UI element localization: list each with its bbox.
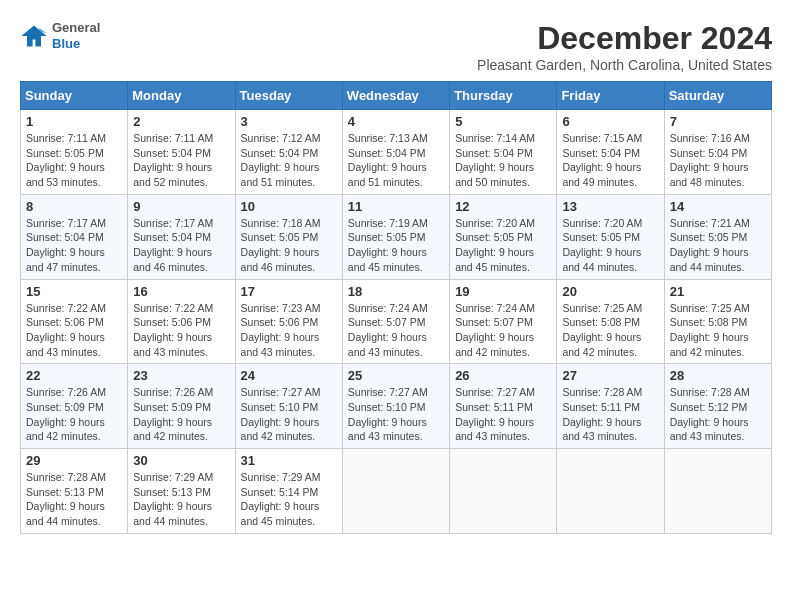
day-info: Sunrise: 7:25 AM Sunset: 5:08 PM Dayligh… xyxy=(670,301,766,360)
calendar-cell: 28 Sunrise: 7:28 AM Sunset: 5:12 PM Dayl… xyxy=(664,364,771,449)
day-info: Sunrise: 7:17 AM Sunset: 5:04 PM Dayligh… xyxy=(26,216,122,275)
day-number: 16 xyxy=(133,284,229,299)
day-info: Sunrise: 7:29 AM Sunset: 5:13 PM Dayligh… xyxy=(133,470,229,529)
day-number: 27 xyxy=(562,368,658,383)
day-info: Sunrise: 7:12 AM Sunset: 5:04 PM Dayligh… xyxy=(241,131,337,190)
calendar-cell: 13 Sunrise: 7:20 AM Sunset: 5:05 PM Dayl… xyxy=(557,194,664,279)
weekday-header: Tuesday xyxy=(235,82,342,110)
day-number: 20 xyxy=(562,284,658,299)
calendar-cell: 21 Sunrise: 7:25 AM Sunset: 5:08 PM Dayl… xyxy=(664,279,771,364)
calendar-cell: 4 Sunrise: 7:13 AM Sunset: 5:04 PM Dayli… xyxy=(342,110,449,195)
day-number: 25 xyxy=(348,368,444,383)
calendar-cell: 12 Sunrise: 7:20 AM Sunset: 5:05 PM Dayl… xyxy=(450,194,557,279)
calendar-cell: 19 Sunrise: 7:24 AM Sunset: 5:07 PM Dayl… xyxy=(450,279,557,364)
day-number: 8 xyxy=(26,199,122,214)
day-info: Sunrise: 7:28 AM Sunset: 5:13 PM Dayligh… xyxy=(26,470,122,529)
day-info: Sunrise: 7:19 AM Sunset: 5:05 PM Dayligh… xyxy=(348,216,444,275)
day-info: Sunrise: 7:26 AM Sunset: 5:09 PM Dayligh… xyxy=(26,385,122,444)
calendar-cell: 29 Sunrise: 7:28 AM Sunset: 5:13 PM Dayl… xyxy=(21,449,128,534)
calendar-cell: 25 Sunrise: 7:27 AM Sunset: 5:10 PM Dayl… xyxy=(342,364,449,449)
day-info: Sunrise: 7:20 AM Sunset: 5:05 PM Dayligh… xyxy=(455,216,551,275)
calendar-cell: 17 Sunrise: 7:23 AM Sunset: 5:06 PM Dayl… xyxy=(235,279,342,364)
day-info: Sunrise: 7:27 AM Sunset: 5:11 PM Dayligh… xyxy=(455,385,551,444)
month-title: December 2024 xyxy=(477,20,772,57)
day-info: Sunrise: 7:24 AM Sunset: 5:07 PM Dayligh… xyxy=(348,301,444,360)
day-info: Sunrise: 7:11 AM Sunset: 5:04 PM Dayligh… xyxy=(133,131,229,190)
calendar-cell: 31 Sunrise: 7:29 AM Sunset: 5:14 PM Dayl… xyxy=(235,449,342,534)
day-info: Sunrise: 7:14 AM Sunset: 5:04 PM Dayligh… xyxy=(455,131,551,190)
day-number: 24 xyxy=(241,368,337,383)
day-number: 7 xyxy=(670,114,766,129)
calendar-cell: 6 Sunrise: 7:15 AM Sunset: 5:04 PM Dayli… xyxy=(557,110,664,195)
calendar-cell: 24 Sunrise: 7:27 AM Sunset: 5:10 PM Dayl… xyxy=(235,364,342,449)
svg-marker-0 xyxy=(21,25,46,46)
day-number: 26 xyxy=(455,368,551,383)
day-info: Sunrise: 7:17 AM Sunset: 5:04 PM Dayligh… xyxy=(133,216,229,275)
day-number: 6 xyxy=(562,114,658,129)
calendar-table: SundayMondayTuesdayWednesdayThursdayFrid… xyxy=(20,81,772,534)
weekday-header: Thursday xyxy=(450,82,557,110)
calendar-cell: 20 Sunrise: 7:25 AM Sunset: 5:08 PM Dayl… xyxy=(557,279,664,364)
day-number: 18 xyxy=(348,284,444,299)
day-info: Sunrise: 7:24 AM Sunset: 5:07 PM Dayligh… xyxy=(455,301,551,360)
logo-icon xyxy=(20,22,48,50)
calendar-cell: 3 Sunrise: 7:12 AM Sunset: 5:04 PM Dayli… xyxy=(235,110,342,195)
calendar-cell: 2 Sunrise: 7:11 AM Sunset: 5:04 PM Dayli… xyxy=(128,110,235,195)
calendar-cell xyxy=(450,449,557,534)
weekday-header: Sunday xyxy=(21,82,128,110)
calendar-cell xyxy=(664,449,771,534)
day-info: Sunrise: 7:13 AM Sunset: 5:04 PM Dayligh… xyxy=(348,131,444,190)
calendar-cell: 26 Sunrise: 7:27 AM Sunset: 5:11 PM Dayl… xyxy=(450,364,557,449)
day-info: Sunrise: 7:28 AM Sunset: 5:11 PM Dayligh… xyxy=(562,385,658,444)
day-number: 22 xyxy=(26,368,122,383)
day-number: 29 xyxy=(26,453,122,468)
calendar-cell: 15 Sunrise: 7:22 AM Sunset: 5:06 PM Dayl… xyxy=(21,279,128,364)
calendar-cell: 14 Sunrise: 7:21 AM Sunset: 5:05 PM Dayl… xyxy=(664,194,771,279)
day-number: 1 xyxy=(26,114,122,129)
calendar-week-row: 8 Sunrise: 7:17 AM Sunset: 5:04 PM Dayli… xyxy=(21,194,772,279)
calendar-cell: 23 Sunrise: 7:26 AM Sunset: 5:09 PM Dayl… xyxy=(128,364,235,449)
calendar-cell: 27 Sunrise: 7:28 AM Sunset: 5:11 PM Dayl… xyxy=(557,364,664,449)
day-number: 13 xyxy=(562,199,658,214)
calendar-cell: 8 Sunrise: 7:17 AM Sunset: 5:04 PM Dayli… xyxy=(21,194,128,279)
calendar-week-row: 22 Sunrise: 7:26 AM Sunset: 5:09 PM Dayl… xyxy=(21,364,772,449)
logo: General Blue xyxy=(20,20,100,51)
page-header: General Blue December 2024 Pleasant Gard… xyxy=(20,20,772,73)
day-info: Sunrise: 7:27 AM Sunset: 5:10 PM Dayligh… xyxy=(241,385,337,444)
day-number: 11 xyxy=(348,199,444,214)
calendar-cell: 7 Sunrise: 7:16 AM Sunset: 5:04 PM Dayli… xyxy=(664,110,771,195)
calendar-cell: 16 Sunrise: 7:22 AM Sunset: 5:06 PM Dayl… xyxy=(128,279,235,364)
calendar-cell xyxy=(557,449,664,534)
calendar-cell xyxy=(342,449,449,534)
calendar-cell: 11 Sunrise: 7:19 AM Sunset: 5:05 PM Dayl… xyxy=(342,194,449,279)
day-number: 4 xyxy=(348,114,444,129)
day-number: 15 xyxy=(26,284,122,299)
day-info: Sunrise: 7:26 AM Sunset: 5:09 PM Dayligh… xyxy=(133,385,229,444)
day-number: 5 xyxy=(455,114,551,129)
calendar-cell: 22 Sunrise: 7:26 AM Sunset: 5:09 PM Dayl… xyxy=(21,364,128,449)
calendar-cell: 10 Sunrise: 7:18 AM Sunset: 5:05 PM Dayl… xyxy=(235,194,342,279)
day-number: 28 xyxy=(670,368,766,383)
day-number: 3 xyxy=(241,114,337,129)
weekday-header: Friday xyxy=(557,82,664,110)
day-info: Sunrise: 7:16 AM Sunset: 5:04 PM Dayligh… xyxy=(670,131,766,190)
calendar-cell: 9 Sunrise: 7:17 AM Sunset: 5:04 PM Dayli… xyxy=(128,194,235,279)
day-info: Sunrise: 7:22 AM Sunset: 5:06 PM Dayligh… xyxy=(133,301,229,360)
day-info: Sunrise: 7:20 AM Sunset: 5:05 PM Dayligh… xyxy=(562,216,658,275)
weekday-header: Saturday xyxy=(664,82,771,110)
calendar-week-row: 29 Sunrise: 7:28 AM Sunset: 5:13 PM Dayl… xyxy=(21,449,772,534)
logo-text: General Blue xyxy=(52,20,100,51)
calendar-cell: 18 Sunrise: 7:24 AM Sunset: 5:07 PM Dayl… xyxy=(342,279,449,364)
day-info: Sunrise: 7:28 AM Sunset: 5:12 PM Dayligh… xyxy=(670,385,766,444)
day-info: Sunrise: 7:23 AM Sunset: 5:06 PM Dayligh… xyxy=(241,301,337,360)
day-number: 14 xyxy=(670,199,766,214)
weekday-header-row: SundayMondayTuesdayWednesdayThursdayFrid… xyxy=(21,82,772,110)
location: Pleasant Garden, North Carolina, United … xyxy=(477,57,772,73)
calendar-cell: 30 Sunrise: 7:29 AM Sunset: 5:13 PM Dayl… xyxy=(128,449,235,534)
day-number: 12 xyxy=(455,199,551,214)
calendar-cell: 1 Sunrise: 7:11 AM Sunset: 5:05 PM Dayli… xyxy=(21,110,128,195)
day-number: 9 xyxy=(133,199,229,214)
day-number: 17 xyxy=(241,284,337,299)
weekday-header: Wednesday xyxy=(342,82,449,110)
day-info: Sunrise: 7:21 AM Sunset: 5:05 PM Dayligh… xyxy=(670,216,766,275)
